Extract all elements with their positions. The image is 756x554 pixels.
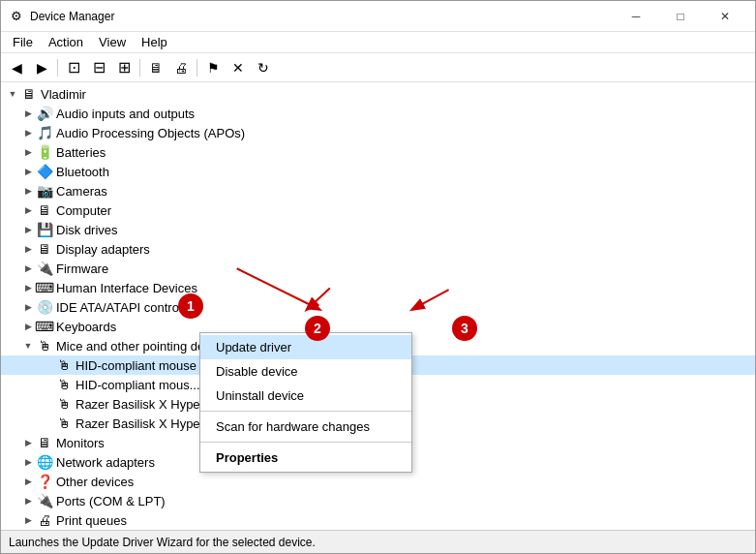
mice-icon: 🖱 [36, 337, 53, 354]
ctx-sep1 [200, 411, 411, 412]
hid-mouse2-icon: 🖱 [55, 376, 73, 393]
batteries-icon: 🔋 [36, 143, 53, 161]
context-menu: Update driver Disable device Uninstall d… [199, 332, 412, 473]
menu-help[interactable]: Help [134, 33, 175, 51]
ctx-scan-hardware[interactable]: Scan for hardware changes [200, 415, 411, 439]
audio-expand[interactable]: ▶ [20, 106, 36, 121]
tree-item-ports[interactable]: ▶ 🔌 Ports (COM & LPT) [1, 491, 755, 510]
display-expand[interactable]: ▶ [20, 241, 36, 257]
tree-item-firmware[interactable]: ▶ 🔌 Firmware [1, 259, 755, 278]
batteries-expand[interactable]: ▶ [20, 144, 36, 160]
audio-icon: 🔊 [36, 105, 53, 122]
ctx-uninstall-device[interactable]: Uninstall device [200, 384, 411, 408]
menu-action[interactable]: Action [41, 33, 91, 51]
tree-item-batteries[interactable]: ▶ 🔋 Batteries [1, 142, 755, 162]
toolbar-flag[interactable]: ⚑ [201, 56, 225, 79]
print-expand[interactable]: ▶ [20, 512, 36, 528]
root-label: Vladimir [41, 87, 86, 102]
tree-item-other[interactable]: ▶ ❓ Other devices [1, 472, 755, 491]
disk-expand[interactable]: ▶ [20, 222, 36, 237]
hid-mouse1-label: HID-compliant mouse [76, 358, 197, 373]
firmware-icon: 🔌 [36, 260, 53, 277]
hid-expand[interactable]: ▶ [20, 280, 36, 295]
print-icon: 🖨 [36, 511, 53, 529]
status-bar: Launches the Update Driver Wizard for th… [1, 530, 755, 553]
apo-expand[interactable]: ▶ [20, 125, 36, 140]
bluetooth-expand[interactable]: ▶ [20, 164, 36, 179]
razer2-label: Razer Basilisk X Hyper... [76, 416, 214, 431]
ctx-update-driver[interactable]: Update driver [200, 335, 411, 359]
tree-item-display[interactable]: ▶ 🖥 Display adapters [1, 239, 755, 259]
toolbar-remove[interactable]: ✕ [227, 56, 250, 79]
menu-view[interactable]: View [91, 33, 134, 51]
root-expand[interactable]: ▼ [5, 86, 20, 102]
apo-label: Audio Processing Objects (APOs) [56, 126, 245, 140]
razer2-icon: 🖱 [55, 415, 73, 432]
tree-item-apo[interactable]: ▶ 🎵 Audio Processing Objects (APOs) [1, 123, 755, 142]
print-label: Print queues [56, 513, 127, 528]
network-expand[interactable]: ▶ [20, 454, 36, 470]
tree-item-computer[interactable]: ▶ 🖥 Computer [1, 200, 755, 220]
tree-item-print[interactable]: ▶ 🖨 Print queues [1, 510, 755, 530]
main-area: ▼ 🖥 Vladimir ▶ 🔊 Audio inputs and output… [1, 82, 755, 530]
firmware-label: Firmware [56, 262, 108, 276]
ctx-sep2 [200, 442, 411, 443]
monitors-icon: 🖥 [36, 434, 53, 451]
toolbar-drivers[interactable]: ⊞ [112, 56, 136, 79]
ports-expand[interactable]: ▶ [20, 493, 36, 508]
other-icon: ❓ [36, 473, 53, 490]
status-text: Launches the Update Driver Wizard for th… [9, 536, 316, 549]
toolbar-print[interactable]: 🖨 [169, 56, 193, 79]
tree-item-bluetooth[interactable]: ▶ 🔷 Bluetooth [1, 162, 755, 181]
hid-mouse2-label: HID-compliant mous... [76, 378, 200, 392]
tree-item-hid[interactable]: ▶ ⌨ Human Interface Devices [1, 278, 755, 297]
menu-bar: File Action View Help [1, 32, 755, 53]
razer1-icon: 🖱 [55, 395, 73, 413]
computer-icon: 🖥 [36, 201, 53, 219]
tree-item-ide[interactable]: ▶ 💿 IDE ATA/ATAPI controllers [1, 297, 755, 317]
toolbar-back[interactable]: ◀ [5, 56, 28, 79]
keyboards-label: Keyboards [56, 320, 116, 334]
ports-icon: 🔌 [36, 492, 53, 509]
other-label: Other devices [56, 475, 134, 489]
title-bar: ⚙ Device Manager ─ □ ✕ [1, 1, 755, 32]
toolbar-forward[interactable]: ▶ [30, 56, 53, 79]
apo-icon: 🎵 [36, 124, 53, 141]
tree-item-cameras[interactable]: ▶ 📷 Cameras [1, 181, 755, 200]
tree-item-audio[interactable]: ▶ 🔊 Audio inputs and outputs [1, 104, 755, 123]
close-button[interactable]: ✕ [703, 1, 747, 32]
computer-label: Computer [56, 203, 111, 218]
batteries-label: Batteries [56, 145, 106, 160]
tree-root[interactable]: ▼ 🖥 Vladimir [1, 84, 755, 104]
keyboards-expand[interactable]: ▶ [20, 319, 36, 334]
toolbar-update[interactable]: ⊟ [87, 56, 110, 79]
monitors-label: Monitors [56, 436, 105, 450]
menu-file[interactable]: File [5, 33, 41, 51]
ctx-properties[interactable]: Properties [200, 446, 411, 470]
monitors-expand[interactable]: ▶ [20, 435, 36, 450]
cameras-label: Cameras [56, 184, 107, 199]
toolbar-refresh[interactable]: ↻ [252, 56, 275, 79]
minimize-button[interactable]: ─ [614, 1, 658, 32]
mice-expand[interactable]: ▼ [20, 338, 36, 354]
device-manager-window: ⚙ Device Manager ─ □ ✕ File Action View … [0, 0, 756, 554]
annotation-2: 2 [305, 316, 330, 341]
tree-item-disk[interactable]: ▶ 💾 Disk drives [1, 220, 755, 239]
toolbar-properties[interactable]: ⊡ [62, 56, 85, 79]
computer-expand[interactable]: ▶ [20, 202, 36, 218]
bluetooth-label: Bluetooth [56, 165, 109, 179]
toolbar-sep2 [139, 59, 140, 77]
ctx-disable-device[interactable]: Disable device [200, 359, 411, 384]
cameras-expand[interactable]: ▶ [20, 183, 36, 199]
network-icon: 🌐 [36, 453, 53, 471]
ide-expand[interactable]: ▶ [20, 299, 36, 315]
disk-icon: 💾 [36, 221, 53, 238]
device-tree[interactable]: ▼ 🖥 Vladimir ▶ 🔊 Audio inputs and output… [1, 82, 755, 530]
cameras-icon: 📷 [36, 182, 53, 200]
toolbar-computer[interactable]: 🖥 [144, 56, 167, 79]
disk-label: Disk drives [56, 223, 118, 237]
maximize-button[interactable]: □ [658, 1, 703, 32]
toolbar: ◀ ▶ ⊡ ⊟ ⊞ 🖥 🖨 ⚑ ✕ ↻ [1, 53, 755, 82]
other-expand[interactable]: ▶ [20, 474, 36, 489]
firmware-expand[interactable]: ▶ [20, 261, 36, 276]
